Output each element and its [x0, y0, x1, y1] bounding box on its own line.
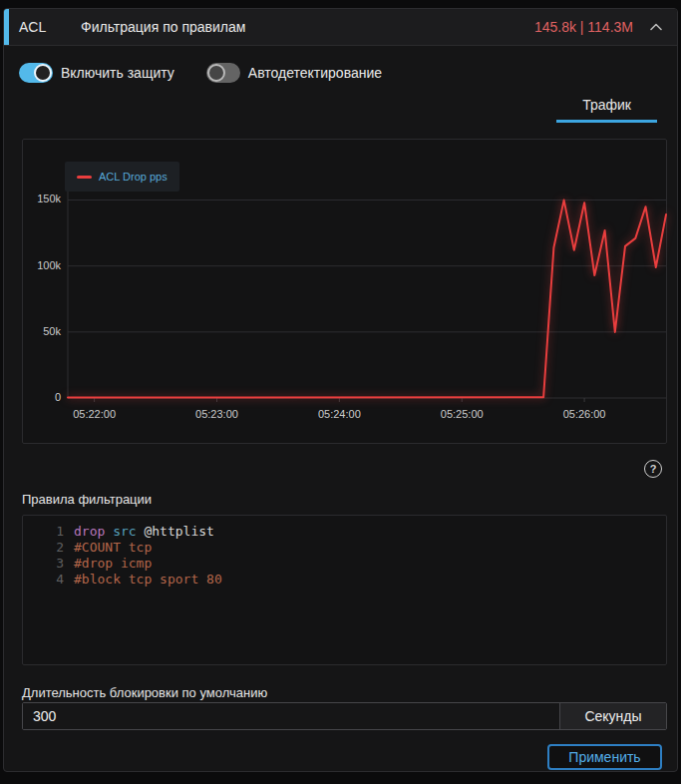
editor-line: 4#block tcp sport 80 [23, 572, 666, 588]
x-axis-tick-label: 05:25:00 [441, 408, 484, 420]
duration-label: Длительность блокировки по умолчанию [22, 685, 267, 700]
traffic-stats: 145.8k | 114.3M [534, 19, 633, 35]
chart-series-line [68, 200, 666, 398]
panel-header[interactable]: ACL Фильтрация по правилам 145.8k | 114.… [4, 9, 677, 46]
tab-bar: Трафик [4, 93, 677, 123]
y-axis-tick-label: 150k [37, 193, 61, 204]
code-text: #drop icmp [64, 556, 152, 572]
duration-input[interactable] [23, 703, 559, 729]
toggle-knob [34, 64, 52, 82]
y-axis-tick-label: 0 [55, 391, 61, 403]
code-text: drop src @httplist [64, 524, 214, 540]
line-number: 1 [23, 524, 64, 540]
autodetect-toggle[interactable] [206, 63, 240, 83]
collapse-button[interactable] [641, 23, 671, 31]
acl-panel: ACL Фильтрация по правилам 145.8k | 114.… [3, 8, 678, 772]
line-number: 3 [23, 556, 64, 572]
panel-title: Фильтрация по правилам [81, 19, 245, 35]
toggle-knob [207, 64, 225, 82]
protection-toggle-label: Включить защиту [61, 65, 174, 81]
panel-app-label: ACL [19, 19, 81, 35]
chevron-up-icon [650, 23, 662, 31]
x-axis-tick-label: 05:23:00 [195, 408, 238, 420]
duration-unit-addon: Секунды [559, 703, 666, 729]
header-accent-bar [4, 9, 9, 45]
toggle-row: Включить защиту Автодетектирование [4, 46, 677, 91]
code-text: #COUNT tcp [64, 540, 152, 556]
duration-input-group: Секунды [22, 702, 667, 730]
traffic-chart: 050k100k150k05:22:0005:23:0005:24:0005:2… [22, 139, 667, 444]
x-axis-tick-label: 05:22:00 [73, 408, 116, 420]
apply-button[interactable]: Применить [547, 744, 662, 770]
help-icon[interactable]: ? [644, 460, 662, 478]
series-color-dash [77, 176, 92, 179]
x-axis-tick-label: 05:26:00 [563, 408, 606, 420]
y-axis-tick-label: 100k [37, 259, 61, 271]
rules-section-label: Правила фильтрации [22, 492, 152, 507]
line-number: 4 [23, 572, 64, 588]
rules-code-editor[interactable]: 1drop src @httplist2#COUNT tcp3#drop icm… [22, 515, 667, 665]
editor-line: 3#drop icmp [23, 556, 666, 572]
editor-line: 1drop src @httplist [23, 524, 666, 540]
chart-legend-item[interactable]: ACL Drop pps [65, 162, 179, 192]
protection-toggle[interactable] [19, 63, 53, 83]
line-number: 2 [23, 540, 64, 556]
tab-traffic[interactable]: Трафик [556, 93, 657, 123]
x-axis-tick-label: 05:24:00 [318, 408, 361, 420]
series-name: ACL Drop pps [99, 171, 168, 183]
autodetect-toggle-label: Автодетектирование [248, 65, 382, 81]
editor-line: 2#COUNT tcp [23, 540, 666, 556]
y-axis-tick-label: 50k [43, 325, 61, 337]
code-text: #block tcp sport 80 [64, 572, 222, 588]
